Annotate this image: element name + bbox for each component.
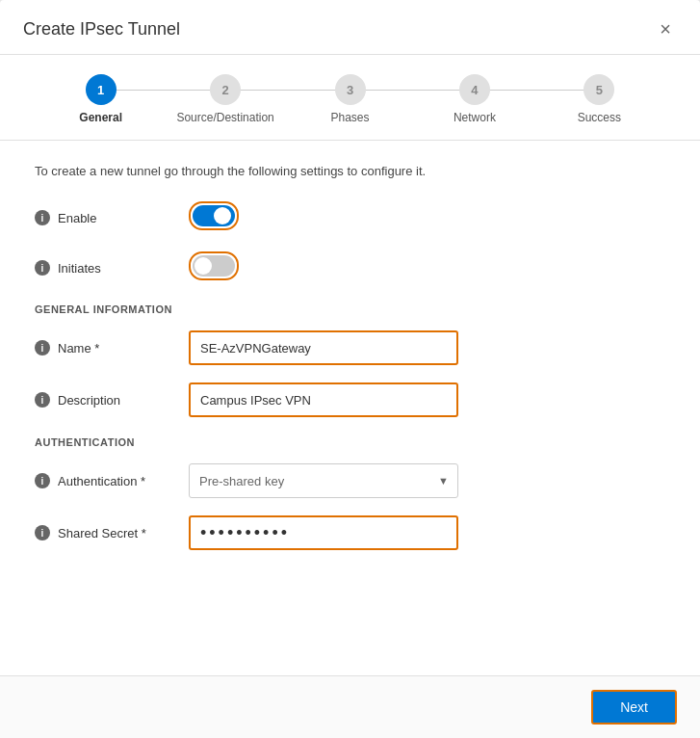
- general-section-heading: GENERAL INFORMATION: [35, 303, 665, 315]
- step-general: 1 General: [39, 74, 163, 124]
- next-button[interactable]: Next: [591, 690, 677, 725]
- intro-text: To create a new tunnel go through the fo…: [35, 164, 665, 178]
- shared-secret-label: Shared Secret *: [58, 526, 146, 540]
- initiates-toggle-knob: [194, 257, 212, 275]
- name-input-container: [189, 330, 458, 365]
- description-input[interactable]: [189, 382, 458, 417]
- dialog-title: Create IPsec Tunnel: [23, 19, 180, 40]
- name-row: i Name *: [35, 330, 665, 365]
- name-label: Name *: [58, 341, 99, 356]
- step-label-4: Network: [454, 111, 496, 124]
- enable-toggle-knob: [214, 207, 231, 224]
- name-label-container: i Name *: [35, 340, 189, 356]
- description-info-icon[interactable]: i: [35, 392, 50, 408]
- name-info-icon[interactable]: i: [35, 340, 50, 356]
- initiates-label-container: i Initiates: [35, 260, 189, 276]
- initiates-toggle[interactable]: [193, 255, 235, 277]
- auth-info-icon[interactable]: i: [35, 473, 50, 488]
- auth-section-heading: AUTHENTICATION: [35, 436, 665, 448]
- stepper: 1 General 2 Source/Destination 3 Phases …: [0, 55, 700, 141]
- step-circle-3: 3: [335, 74, 366, 105]
- step-circle-1: 1: [86, 74, 117, 105]
- enable-toggle[interactable]: [193, 205, 235, 226]
- close-button[interactable]: ×: [654, 17, 677, 40]
- step-circle-5: 5: [583, 74, 614, 105]
- initiates-toggle-border: [189, 251, 239, 280]
- enable-label: Enable: [58, 211, 96, 225]
- step-phases: 3 Phases: [288, 74, 412, 124]
- step-circle-2: 2: [210, 74, 241, 105]
- enable-label-container: i Enable: [35, 210, 189, 225]
- dialog-footer: Next: [0, 675, 700, 738]
- step-label-2: Source/Destination: [176, 111, 273, 124]
- shared-secret-row: i Shared Secret *: [35, 515, 665, 550]
- shared-secret-input-container: [189, 515, 458, 550]
- initiates-toggle-wrapper: [189, 251, 458, 284]
- auth-row: i Authentication * Pre-shared key Certif…: [35, 463, 665, 498]
- initiates-label: Initiates: [58, 261, 101, 276]
- enable-toggle-border: [189, 201, 239, 230]
- step-circle-4: 4: [459, 74, 490, 105]
- dialog-header: Create IPsec Tunnel ×: [0, 0, 700, 55]
- description-label-container: i Description: [35, 392, 189, 408]
- step-label-1: General: [79, 111, 122, 124]
- enable-info-icon[interactable]: i: [35, 210, 50, 225]
- description-label: Description: [58, 393, 120, 408]
- step-source-destination: 2 Source/Destination: [163, 74, 287, 124]
- description-input-container: [189, 382, 458, 417]
- shared-secret-input[interactable]: [189, 515, 458, 550]
- shared-secret-label-container: i Shared Secret *: [35, 525, 189, 540]
- description-row: i Description: [35, 382, 665, 417]
- initiates-row: i Initiates: [35, 251, 665, 284]
- step-network: 4 Network: [412, 74, 536, 124]
- auth-select[interactable]: Pre-shared key Certificate: [189, 463, 458, 498]
- step-success: 5 Success: [537, 74, 661, 124]
- auth-label: Authentication *: [58, 474, 145, 488]
- enable-toggle-wrapper: [189, 201, 458, 234]
- step-label-3: Phases: [331, 111, 370, 124]
- shared-secret-info-icon[interactable]: i: [35, 525, 50, 540]
- auth-label-container: i Authentication *: [35, 473, 189, 488]
- dialog-content: To create a new tunnel go through the fo…: [0, 141, 700, 675]
- initiates-info-icon[interactable]: i: [35, 260, 50, 276]
- name-input[interactable]: [189, 330, 458, 365]
- step-label-5: Success: [578, 111, 621, 124]
- enable-row: i Enable: [35, 201, 665, 234]
- auth-select-container: Pre-shared key Certificate ▼: [189, 463, 458, 498]
- create-ipsec-dialog: Create IPsec Tunnel × 1 General 2 Source…: [0, 0, 700, 738]
